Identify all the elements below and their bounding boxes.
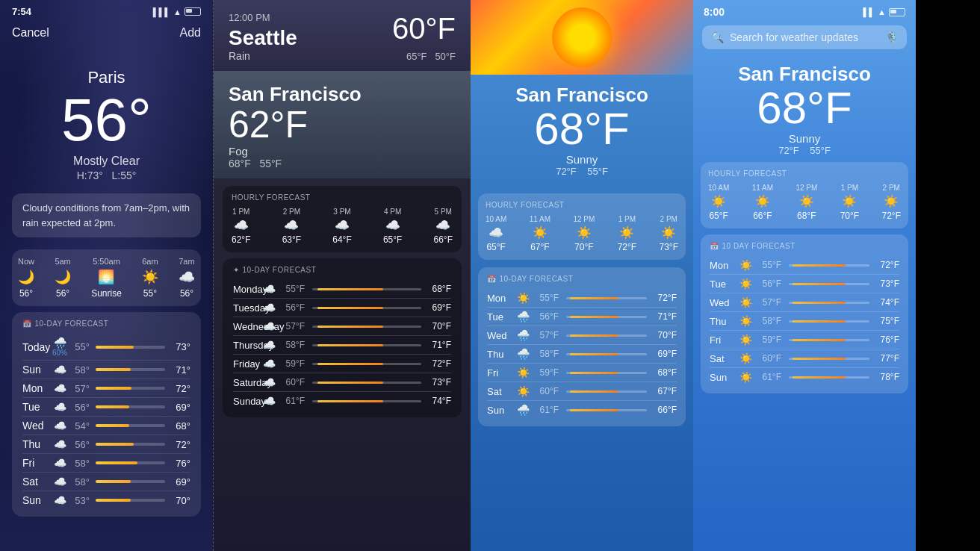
p4-condition: Sunny xyxy=(704,132,905,145)
paris-forecast-section: 📅 10-DAY FORECAST Today 🌧️60% 55° 73° Su… xyxy=(12,312,201,517)
search-input-label: Search for weather updates xyxy=(730,31,858,43)
p3-forecast-row: Tue 🌧️ 56°F 71°F xyxy=(487,308,677,326)
paris-hilo: H:73° L:55° xyxy=(12,169,201,181)
p4-hourly-item: 12 PM☀️68°F xyxy=(796,184,817,221)
p2-hourly-item: 4 PM☁️65°F xyxy=(383,208,402,245)
sf-dark-city: San Francisco xyxy=(229,83,456,106)
paris-cloud-notice: Cloudy conditions from 7am–2pm, with rai… xyxy=(12,193,201,237)
p2-hourly-item: 2 PM☁️63°F xyxy=(282,208,301,245)
panel-sf-search: 8:00 ▌▌ ▲ 🔍 Search for weather updates 🎙… xyxy=(693,0,916,551)
p4-hourly-item: 2 PM☀️72°F xyxy=(881,184,900,221)
paris-temp: 56° xyxy=(12,90,201,150)
p2-forecast-row: Saturday ☁️ 60°F 73°F xyxy=(233,373,451,392)
paris-forecast-row: Thu ☁️ 56° 72° xyxy=(22,435,190,454)
p4-wifi-icon: ▲ xyxy=(878,7,886,16)
seattle-hilo: 65°F 50°F xyxy=(406,51,456,62)
p2-hourly-item: 3 PM☁️64°F xyxy=(332,208,351,245)
paris-main-content: Paris 56° Mostly Clear H:73° L:55° Cloud… xyxy=(0,68,213,517)
paris-hourly-item: 5:50am🌅Sunrise xyxy=(91,257,122,299)
paris-forecast-row: Sun ☁️ 58° 71° xyxy=(22,361,190,379)
p4-main-content: San Francisco 68°F Sunny 72°F 55°F xyxy=(693,54,916,156)
p4-hourly-item: 11 AM☀️66°F xyxy=(752,184,773,221)
p4-signal-icon: ▌▌ xyxy=(863,7,875,16)
p2-hourly-section: Hourly Forecast 1 PM☁️62°F2 PM☁️63°F3 PM… xyxy=(223,186,462,252)
p3-forecast-row: Mon ☀️ 55°F 72°F xyxy=(487,289,677,308)
p3-forecast-row: Wed 🌧️ 57°F 70°F xyxy=(487,326,677,345)
p3-forecast-section: 📅 10-DAY FORECAST Mon ☀️ 55°F 72°F Tue 🌧… xyxy=(478,267,686,426)
sf-dark-temp: 62°F xyxy=(229,106,456,143)
p4-forecast-row: Fri ☀️ 59°F 76°F xyxy=(710,331,899,349)
p3-forecast-row: Fri ☀️ 59°F 68°F xyxy=(487,364,677,382)
paris-forecast-row: Wed ☁️ 54° 68° xyxy=(22,417,190,435)
paris-forecast-row: Mon ☁️ 57° 72° xyxy=(22,379,190,398)
panel-seattle-sf: 12:00 PM Seattle 60°F Rain 65°F 50°F San… xyxy=(213,0,471,551)
p4-battery-icon xyxy=(889,8,905,16)
calendar-icon: 📅 xyxy=(22,320,32,328)
paris-lo: L:55° xyxy=(111,169,136,181)
p3-hourly-item: 1 PM☀️72°F xyxy=(618,215,636,252)
p4-status-icons: ▌▌ ▲ xyxy=(863,7,905,16)
p2-hourly-label: Hourly Forecast xyxy=(232,193,453,202)
p2-forecast-row: Sunday ☁️ 61°F 74°F xyxy=(233,392,451,410)
p4-hourly-section: Hourly Forecast 10 AM☀️65°F11 AM☀️66°F12… xyxy=(701,162,908,228)
p4-forecast-row: Sat ☀️ 60°F 77°F xyxy=(710,349,899,368)
p3-hourly-section: Hourly Forecast 10 AM☁️65°F11 AM☀️67°F12… xyxy=(478,193,686,260)
panel-paris: 7:54 ▌▌▌ ▲ Cancel Add Paris 56° Mostly C… xyxy=(0,0,213,551)
p4-time: 8:00 xyxy=(704,6,725,18)
paris-forecast-list: Today 🌧️60% 55° 73° Sun ☁️ 58° 71° Mon ☁… xyxy=(22,334,190,509)
battery-icon xyxy=(184,7,201,16)
p3-hourly-label: Hourly Forecast xyxy=(486,201,678,209)
paris-hourly-item: 6am☀️55° xyxy=(142,257,158,299)
p4-forecast-list: Mon ☀️ 55°F 72°F Tue ☀️ 56°F 73°F Wed ☀️… xyxy=(710,256,899,386)
p3-hourly-item: 10 AM☁️65°F xyxy=(486,215,506,252)
paris-hourly-item: Now🌙56° xyxy=(18,257,34,299)
p3-temp: 68°F xyxy=(483,107,681,152)
p3-hourly-item: 2 PM☀️73°F xyxy=(659,215,677,252)
seattle-temp: 60°F xyxy=(392,12,456,46)
p3-hilo: 72°F 55°F xyxy=(483,166,681,177)
sf-dark-hilo: 68°F 55°F xyxy=(229,158,456,169)
p2-forecast-row: Thursday ☁️ 58°F 71°F xyxy=(233,336,451,355)
search-icon: 🔍 xyxy=(711,31,724,43)
p3-hourly-grid: 10 AM☁️65°F11 AM☀️67°F12 PM☀️70°F1 PM☀️7… xyxy=(486,215,678,252)
p4-forecast-row: Sun ☀️ 61°F 78°F xyxy=(710,368,899,386)
paris-hi: H:73° xyxy=(77,169,103,181)
p3-forecast-row: Sat ☀️ 60°F 67°F xyxy=(487,382,677,401)
p2-forecast-row: Friday ☁️ 59°F 72°F xyxy=(233,355,451,373)
paris-forecast-header: 📅 10-DAY FORECAST xyxy=(22,320,190,328)
p2-hourly-grid: 1 PM☁️62°F2 PM☁️63°F3 PM☁️64°F4 PM☁️65°F… xyxy=(232,208,453,245)
panel-sf-blue: San Francisco 68°F Sunny 72°F 55°F Hourl… xyxy=(471,0,693,551)
p4-forecast-section: 📅 10 DAY FORECAST Mon ☀️ 55°F 72°F Tue ☀… xyxy=(701,234,908,393)
p4-hilo: 72°F 55°F xyxy=(704,145,905,156)
p2-hourly-item: 5 PM☁️66°F xyxy=(434,208,453,245)
p4-temp: 68°F xyxy=(704,86,905,131)
p3-condition: Sunny xyxy=(483,153,681,166)
paris-hourly-item: 5am🌙56° xyxy=(55,257,71,299)
p2-hourly-item: 1 PM☁️62°F xyxy=(232,208,250,245)
sun-graphic xyxy=(552,7,612,67)
p2-forecast-row: Wednesday ☁️ 57°F 70°F xyxy=(233,317,451,336)
paris-forecast-row: Sat ☁️ 58° 69° xyxy=(22,473,190,491)
p3-hourly-item: 12 PM☀️70°F xyxy=(573,215,595,252)
p3-forecast-label: 📅 10-DAY FORECAST xyxy=(487,275,677,283)
paris-hourly-item: 7am☁️56° xyxy=(179,257,195,299)
paris-city: Paris xyxy=(12,68,201,87)
p4-hourly-item: 10 AM☀️65°F xyxy=(708,184,729,221)
p3-forecast-row: Sun 🌧️ 61°F 66°F xyxy=(487,401,677,419)
sf-dark-section: San Francisco 62°F Fog 68°F 55°F xyxy=(214,71,471,178)
p4-forecast-row: Thu ☀️ 58°F 75°F xyxy=(710,312,899,331)
paris-forecast-row: Today 🌧️60% 55° 73° xyxy=(22,334,190,361)
p3-content: San Francisco 68°F Sunny 72°F 55°F xyxy=(471,75,693,186)
p2-forecast-row: Monday ☁️ 55°F 68°F xyxy=(233,280,451,299)
p2-forecast-label: ✦ 10-DAY FORECAST xyxy=(233,266,451,274)
seattle-section: 12:00 PM Seattle 60°F Rain 65°F 50°F xyxy=(214,0,471,71)
p3-hourly-item: 11 AM☀️67°F xyxy=(530,215,551,252)
p4-hourly-grid: 10 AM☀️65°F11 AM☀️66°F12 PM☀️68°F1 PM☀️7… xyxy=(708,184,901,221)
p2-forecast-list: Monday ☁️ 55°F 68°F Tuesday ☁️ 56°F 69°F… xyxy=(233,280,451,410)
p4-hourly-item: 1 PM☀️70°F xyxy=(840,184,859,221)
p4-forecast-row: Tue ☀️ 56°F 73°F xyxy=(710,275,899,293)
p4-search-bar[interactable]: 🔍 Search for weather updates 🎙️ xyxy=(702,25,907,49)
p4-forecast-row: Mon ☀️ 55°F 72°F xyxy=(710,256,899,275)
paris-forecast-row: Fri ☁️ 58° 76° xyxy=(22,454,190,473)
paris-condition: Mostly Clear xyxy=(12,155,201,168)
